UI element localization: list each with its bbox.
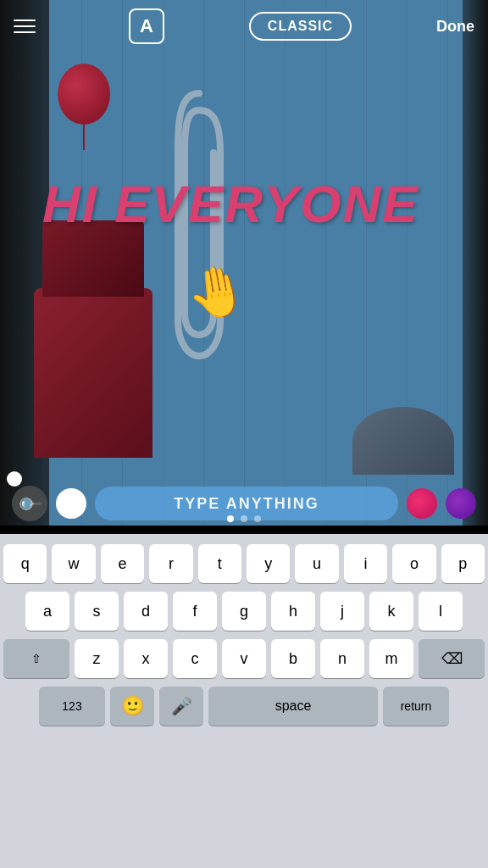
key-s[interactable]: s: [75, 592, 119, 631]
key-w[interactable]: w: [52, 544, 95, 583]
mic-key[interactable]: 🎤: [159, 687, 203, 726]
pink-color-swatch[interactable]: [407, 488, 437, 519]
key-d[interactable]: d: [124, 592, 168, 631]
balloon: [58, 64, 110, 150]
key-b[interactable]: b: [271, 639, 315, 678]
key-g[interactable]: g: [222, 592, 266, 631]
keyboard-row-1: q w e r t y u i o p: [3, 544, 485, 583]
key-h[interactable]: h: [271, 592, 315, 631]
overlay-text[interactable]: HI EVERYONE: [42, 178, 480, 231]
done-label: Done: [436, 18, 474, 35]
key-l[interactable]: l: [419, 592, 463, 631]
emoji-key[interactable]: 🙂: [110, 687, 154, 726]
purple-color-swatch[interactable]: [446, 488, 476, 519]
space-key[interactable]: space: [208, 687, 378, 726]
dot-2[interactable]: [241, 515, 247, 522]
key-r[interactable]: r: [149, 544, 192, 583]
eyedropper-icon: 🔍: [15, 489, 45, 519]
key-j[interactable]: j: [320, 592, 364, 631]
key-q[interactable]: q: [3, 544, 47, 583]
style-dots-indicator: [0, 515, 488, 522]
key-f[interactable]: f: [173, 592, 217, 631]
numbers-key[interactable]: 123: [39, 687, 105, 726]
key-u[interactable]: u: [295, 544, 338, 583]
keyboard-row-4: 123 🙂 🎤 space return: [3, 687, 485, 726]
top-bar: A CLASSIC Done: [0, 0, 488, 53]
table: [352, 407, 454, 475]
key-z[interactable]: z: [75, 639, 119, 678]
dot-3[interactable]: [254, 515, 261, 522]
keyboard: q w e r t y u i o p a s d f g h j k l ⇧ …: [0, 534, 488, 868]
white-color-swatch[interactable]: [56, 488, 86, 519]
key-o[interactable]: o: [392, 544, 435, 583]
key-x[interactable]: x: [124, 639, 168, 678]
key-i[interactable]: i: [344, 544, 387, 583]
font-label: A: [140, 15, 153, 37]
menu-button[interactable]: [14, 11, 44, 42]
key-c[interactable]: c: [173, 639, 217, 678]
key-p[interactable]: p: [441, 544, 485, 583]
classic-style-button[interactable]: CLASSIC: [249, 12, 352, 41]
key-v[interactable]: v: [222, 639, 266, 678]
key-e[interactable]: e: [101, 544, 144, 583]
done-button[interactable]: Done: [436, 18, 474, 36]
key-n[interactable]: n: [320, 639, 364, 678]
image-canvas: 🤚 HI EVERYONE: [0, 0, 488, 526]
return-key[interactable]: return: [383, 687, 449, 726]
key-a[interactable]: a: [25, 592, 69, 631]
dot-1[interactable]: [227, 515, 234, 522]
key-t[interactable]: t: [198, 544, 241, 583]
key-y[interactable]: y: [247, 544, 290, 583]
chair: [34, 288, 152, 458]
delete-key[interactable]: ⌫: [419, 639, 485, 678]
key-m[interactable]: m: [369, 639, 413, 678]
shift-key[interactable]: ⇧: [3, 639, 69, 678]
right-shadow: [463, 0, 488, 526]
classic-label: CLASSIC: [268, 19, 333, 33]
hand-emoji: 🤚: [182, 258, 252, 325]
key-k[interactable]: k: [369, 592, 413, 631]
keyboard-row-3: ⇧ z x c v b n m ⌫: [3, 639, 485, 678]
font-button[interactable]: A: [129, 8, 164, 44]
keyboard-row-2: a s d f g h j k l: [3, 592, 485, 631]
